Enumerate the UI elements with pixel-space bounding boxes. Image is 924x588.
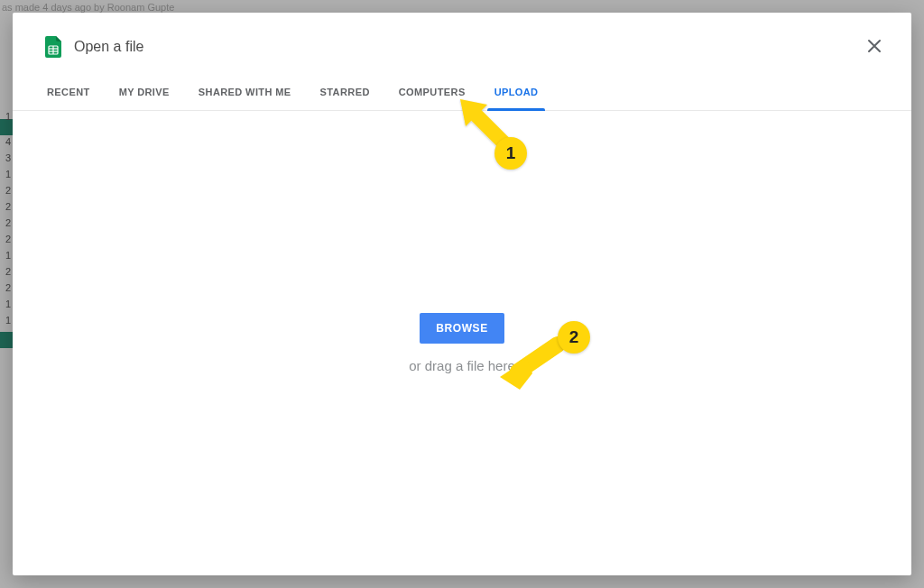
tab-label: STARRED (320, 87, 370, 97)
dialog-header: Open a file (13, 13, 911, 65)
tab-label: SHARED WITH ME (199, 87, 291, 97)
tab-label: RECENT (47, 87, 90, 97)
open-file-dialog: Open a file RECENT MY DRIVE SHARED WITH … (13, 13, 911, 575)
tab-computers[interactable]: COMPUTERS (384, 87, 480, 110)
tab-upload[interactable]: UPLOAD (480, 87, 553, 110)
tab-recent[interactable]: RECENT (32, 87, 105, 110)
sheets-icon (45, 36, 61, 58)
close-icon (867, 38, 882, 56)
tab-label: UPLOAD (494, 87, 539, 97)
tabs-row: RECENT MY DRIVE SHARED WITH ME STARRED C… (13, 87, 911, 111)
browse-button[interactable]: BROWSE (420, 313, 504, 344)
drag-file-hint: or drag a file here (409, 358, 515, 373)
dialog-title: Open a file (74, 39, 143, 55)
tab-starred[interactable]: STARRED (306, 87, 384, 110)
tab-my-drive[interactable]: MY DRIVE (105, 87, 184, 110)
tab-label: COMPUTERS (399, 87, 466, 97)
close-button[interactable] (861, 33, 888, 60)
upload-drop-area[interactable]: BROWSE or drag a file here (13, 111, 911, 575)
tab-shared-with-me[interactable]: SHARED WITH ME (184, 87, 306, 110)
header-left: Open a file (45, 36, 143, 58)
tab-label: MY DRIVE (119, 87, 170, 97)
